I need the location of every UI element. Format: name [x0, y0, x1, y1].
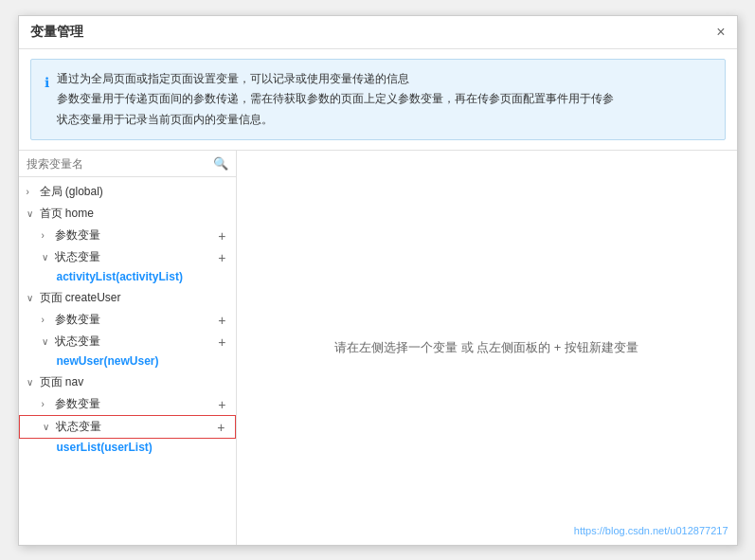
tree-node-newuser[interactable]: newUser(newUser): [19, 352, 236, 371]
chevron-icon: ›: [42, 399, 53, 409]
node-label: 全局 (global): [40, 184, 103, 200]
tree-node-home[interactable]: ∨ 首页 home: [19, 203, 236, 225]
variable-label: newUser(newUser): [19, 352, 236, 371]
chevron-icon: ›: [27, 187, 38, 197]
node-label: 参数变量: [55, 227, 100, 244]
right-panel-hint: 请在左侧选择一个变量 或 点左侧面板的 + 按钮新建变量: [334, 339, 638, 356]
tree-node-userlist[interactable]: userList(userList): [19, 439, 236, 458]
add-state-button[interactable]: +: [216, 251, 227, 264]
info-line-1: 通过为全局页面或指定页面设置变量，可以记录或使用变量传递的信息: [57, 69, 614, 90]
node-label: 页面 nav: [40, 374, 84, 390]
chevron-icon: ∨: [43, 422, 54, 432]
left-panel: 🔍 › 全局 (global) ∨ 首页 home: [19, 151, 237, 544]
search-icon[interactable]: 🔍: [213, 156, 228, 171]
chevron-icon: ∨: [42, 252, 53, 262]
search-input[interactable]: [27, 157, 209, 171]
add-param-button[interactable]: +: [216, 229, 227, 243]
add-state-button-3[interactable]: +: [215, 421, 226, 434]
tree-node-createuser-param[interactable]: › 参数变量 +: [19, 309, 236, 331]
tree-node-home-state[interactable]: ∨ 状态变量 +: [19, 246, 236, 268]
dialog-header: 变量管理 ×: [19, 16, 737, 49]
tree-node-home-param[interactable]: › 参数变量 +: [19, 225, 236, 246]
variable-management-dialog: 变量管理 × ℹ 通过为全局页面或指定页面设置变量，可以记录或使用变量传递的信息…: [18, 15, 738, 546]
tree-node-nav[interactable]: ∨ 页面 nav: [19, 371, 236, 393]
tree-node-global[interactable]: › 全局 (global): [19, 181, 236, 203]
variable-label: userList(userList): [19, 439, 236, 458]
node-label: 页面 createUser: [40, 290, 121, 306]
node-label: 首页 home: [40, 206, 94, 222]
info-icon: ℹ: [45, 71, 49, 131]
chevron-icon: ›: [42, 230, 53, 241]
tree-node-createuser-state[interactable]: ∨ 状态变量 +: [19, 331, 236, 352]
info-text: 通过为全局页面或指定页面设置变量，可以记录或使用变量传递的信息 参数变量用于传递…: [57, 69, 614, 131]
chevron-icon: ∨: [27, 293, 38, 303]
node-label: 状态变量: [56, 419, 101, 435]
add-state-button-2[interactable]: +: [216, 335, 227, 349]
add-param-button-3[interactable]: +: [216, 398, 227, 411]
search-bar: 🔍: [19, 151, 236, 177]
tree-node-activitylist[interactable]: activityList(activityList): [19, 268, 236, 287]
dialog-title: 变量管理: [30, 24, 83, 41]
node-label: 参数变量: [55, 312, 100, 328]
chevron-icon: ›: [42, 315, 53, 325]
info-line-3: 状态变量用于记录当前页面内的变量信息。: [57, 110, 614, 131]
right-panel: 请在左侧选择一个变量 或 点左侧面板的 + 按钮新建变量: [237, 151, 737, 544]
tree-container: › 全局 (global) ∨ 首页 home › 参数变量 +: [19, 177, 236, 544]
node-label: 参数变量: [55, 396, 100, 412]
chevron-icon: ∨: [27, 377, 38, 388]
node-label: 状态变量: [55, 334, 100, 350]
add-param-button-2[interactable]: +: [216, 314, 227, 327]
chevron-icon: ∨: [42, 336, 53, 347]
main-content: 🔍 › 全局 (global) ∨ 首页 home: [19, 150, 737, 544]
tree-node-nav-state[interactable]: ∨ 状态变量 +: [19, 415, 236, 439]
info-banner: ℹ 通过为全局页面或指定页面设置变量，可以记录或使用变量传递的信息 参数变量用于…: [30, 59, 726, 141]
tree-node-nav-param[interactable]: › 参数变量 +: [19, 393, 236, 415]
close-button[interactable]: ×: [716, 25, 725, 40]
chevron-icon: ∨: [27, 208, 38, 219]
node-label: 状态变量: [55, 249, 100, 265]
tree-node-createuser[interactable]: ∨ 页面 createUser: [19, 287, 236, 309]
variable-label: activityList(activityList): [19, 268, 236, 287]
info-line-2: 参数变量用于传递页面间的参数传递，需在待获取参数的页面上定义参数变量，再在传参页…: [57, 89, 614, 110]
